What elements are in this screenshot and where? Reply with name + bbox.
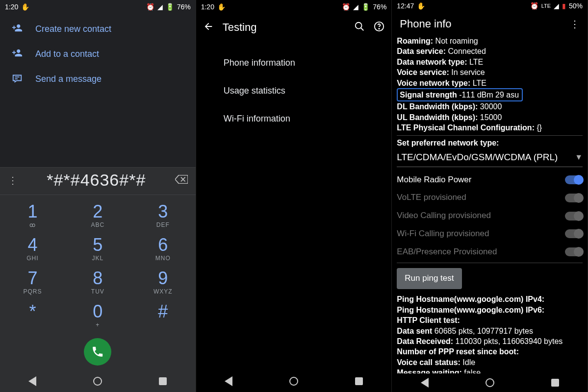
search-icon[interactable] — [354, 21, 365, 34]
touch-icon: ✋ — [217, 3, 226, 11]
status-time: 1:20 — [5, 3, 18, 11]
key-hash[interactable]: # — [130, 300, 196, 330]
message-icon — [11, 73, 24, 86]
voice-call-row: Voice call status: Idle — [397, 357, 583, 368]
backspace-icon[interactable] — [173, 175, 190, 186]
run-ping-button[interactable]: Run ping test — [397, 268, 461, 289]
add-contact-row[interactable]: Add to a contact — [0, 42, 196, 67]
voice-service-row: Voice service: In service — [397, 67, 583, 77]
signal-strength-highlight: Signal strength -111 dBm 29 asu — [397, 88, 523, 101]
more-icon[interactable]: ⋮ — [6, 174, 20, 186]
key-2[interactable]: 2ABC — [65, 200, 130, 230]
dropdown-value: LTE/CDMA/EvDo/GSM/WCDMA (PRL) — [397, 151, 558, 163]
alarm-icon: ⏰ — [146, 3, 154, 11]
page-title: Phone info — [400, 18, 451, 30]
message-waiting-row: Message waiting: false — [397, 368, 583, 373]
switch-disabled — [565, 212, 583, 220]
toggle-label: Video Calling provisioned — [397, 210, 491, 221]
create-contact-row[interactable]: Create new contact — [0, 17, 196, 42]
toggle-label: EAB/Presence Provisioned — [397, 246, 497, 258]
roaming-row: Roaming: Not roaming — [397, 36, 583, 46]
add-contact-label: Add to a contact — [35, 49, 99, 59]
list-item-usage-stats[interactable]: Usage statistics — [196, 77, 392, 105]
nav-home-button[interactable] — [92, 375, 103, 387]
switch-disabled — [565, 247, 583, 256]
status-bar: 1:20 ✋ ⏰ ◢ 🔋 76% — [196, 0, 392, 14]
dial-display: ⋮ *#*#4636#*# — [0, 167, 196, 195]
list-item-phone-info[interactable]: Phone information — [196, 49, 392, 77]
toggle-label: Wi-Fi Calling provisioned — [397, 228, 489, 240]
pref-network-label: Set preferred network type: — [397, 138, 583, 148]
status-time: 12:47 — [397, 2, 414, 10]
switch-on[interactable] — [565, 175, 583, 184]
nav-recent-button[interactable] — [353, 375, 365, 387]
ping-ipv6-row: Ping Hostname(www.google.com) IPv6: — [397, 305, 583, 315]
key-4[interactable]: 4GHI — [0, 233, 65, 264]
battery-pct: 76% — [177, 3, 191, 11]
nav-recent-button[interactable] — [549, 377, 561, 389]
nav-back-button[interactable] — [26, 375, 38, 387]
keypad: 1ꝏ 2ABC 3DEF 4GHI 5JKL 6MNO 7PQRS 8TUV 9… — [0, 195, 196, 334]
key-3[interactable]: 3DEF — [130, 200, 196, 230]
data-service-row: Data service: Connected — [397, 46, 583, 56]
key-9[interactable]: 9WXYZ — [130, 267, 196, 297]
data-sent-row: Data sent 60685 pkts, 10977917 bytes — [397, 326, 583, 336]
nav-home-button[interactable] — [288, 375, 300, 387]
phone-info-screen: 12:47 ✋ ⏰ LTE ◢ ▮ 50% Phone info ⋮ Roami… — [392, 0, 588, 392]
list-item-wifi-info[interactable]: Wi-Fi information — [196, 105, 392, 133]
nav-back-button[interactable] — [223, 375, 234, 387]
video-calling-row: Video Calling provisioned — [397, 207, 583, 225]
key-star[interactable]: * — [0, 300, 65, 330]
battery-icon: 🔋 — [361, 3, 370, 11]
send-message-label: Send a message — [35, 74, 102, 84]
touch-icon: ✋ — [21, 3, 29, 11]
ppp-reset-row: Number of PPP reset since boot: — [397, 346, 583, 357]
key-1[interactable]: 1ꝏ — [0, 200, 65, 230]
eab-row: EAB/Presence Provisioned — [397, 243, 583, 261]
call-button[interactable] — [84, 338, 111, 366]
help-icon[interactable] — [374, 21, 384, 34]
key-6[interactable]: 6MNO — [130, 233, 196, 264]
voice-network-row: Voice network type: LTE — [397, 78, 583, 88]
alarm-icon: ⏰ — [530, 2, 538, 10]
status-bar: 1:20 ✋ ⏰ ◢ 🔋 76% — [0, 0, 196, 14]
data-received-row: Data Received: 110030 pkts, 116063940 by… — [397, 336, 583, 346]
nav-bar — [196, 370, 392, 392]
status-time: 1:20 — [201, 3, 214, 11]
more-icon[interactable]: ⋮ — [570, 18, 580, 30]
svg-point-0 — [356, 23, 362, 29]
battery-icon: 🔋 — [166, 3, 174, 11]
radio-power-row[interactable]: Mobile Radio Power — [397, 171, 583, 189]
nav-home-button[interactable] — [484, 377, 496, 389]
back-button[interactable] — [203, 21, 214, 34]
battery-pct: 76% — [373, 3, 386, 11]
battery-pct: 50% — [569, 2, 583, 10]
signal-icon: ◢ — [353, 3, 358, 11]
toggle-label: VoLTE provisioned — [397, 192, 466, 203]
dialed-number: *#*#4636#*# — [20, 171, 173, 190]
nav-bar — [392, 373, 588, 392]
ping-ipv4-row: Ping Hostname(www.google.com) IPv4: — [397, 294, 583, 304]
pref-network-dropdown[interactable]: LTE/CDMA/EvDo/GSM/WCDMA (PRL) ▼ — [397, 149, 583, 167]
signal-icon: ◢ — [157, 3, 163, 11]
status-bar: 12:47 ✋ ⏰ LTE ◢ ▮ 50% — [392, 0, 588, 12]
dl-bandwidth-row: DL Bandwidth (kbps): 30000 — [397, 101, 583, 112]
lte-config-row: LTE Physical Channel Configuration: {} — [397, 122, 583, 133]
create-contact-label: Create new contact — [35, 24, 111, 34]
switch-disabled — [565, 194, 583, 202]
key-0[interactable]: 0+ — [65, 300, 130, 330]
nav-back-button[interactable] — [419, 377, 431, 389]
app-bar: Phone info ⋮ — [392, 12, 588, 36]
signal-icon: ◢ — [554, 2, 559, 10]
volte-row: VoLTE provisioned — [397, 189, 583, 207]
key-8[interactable]: 8TUV — [65, 267, 130, 297]
key-7[interactable]: 7PQRS — [0, 267, 65, 297]
network-label: LTE — [541, 3, 551, 9]
send-message-row[interactable]: Send a message — [0, 67, 196, 92]
key-5[interactable]: 5JKL — [65, 233, 130, 264]
nav-recent-button[interactable] — [157, 375, 169, 387]
alarm-icon: ⏰ — [342, 3, 350, 11]
data-network-row: Data network type: LTE — [397, 57, 583, 67]
add-person-icon — [11, 23, 24, 36]
app-bar: Testing — [196, 14, 392, 41]
